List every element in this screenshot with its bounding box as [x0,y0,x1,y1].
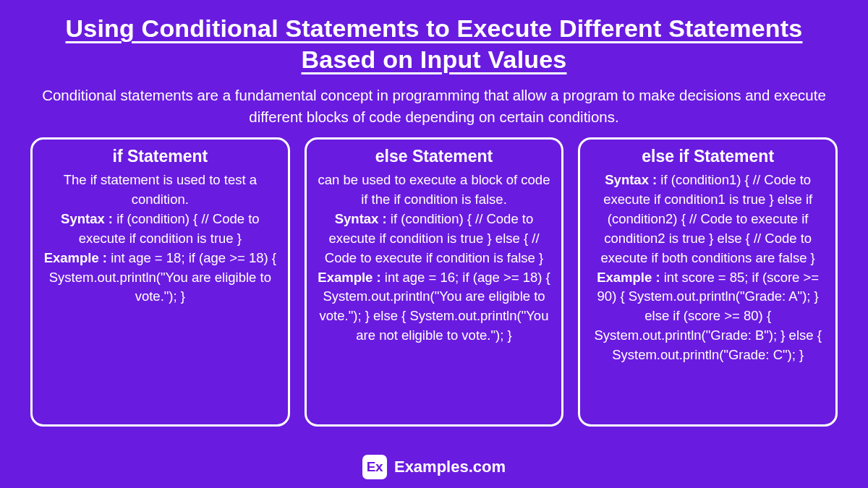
syntax-label: Syntax : [605,172,657,187]
card-if-body: The if statement is used to test a condi… [38,171,282,307]
example-label: Example : [44,250,107,265]
cards-row: if Statement The if statement is used to… [0,137,868,427]
syntax-label: Syntax : [335,211,387,226]
intro-paragraph: Conditional statements are a fundamental… [0,79,868,137]
syntax-label: Syntax : [61,211,113,226]
card-if: if Statement The if statement is used to… [30,137,290,427]
logo-icon: Ex [362,455,387,479]
card-else: else Statement can be used to execute a … [305,137,564,427]
card-elseif-body: Syntax : if (condition1) { // Code to ex… [586,171,830,364]
example-label: Example : [597,270,660,285]
card-if-title: if Statement [38,147,282,166]
card-else-title: else Statement [312,147,556,166]
footer-brand: Examples.com [394,458,506,476]
card-else-body: can be used to execute a block of code i… [312,171,556,345]
card-elseif-title: else if Statement [586,147,830,166]
footer: Ex Examples.com [0,455,868,479]
example-label: Example : [318,270,380,285]
card-else-desc: can be used to execute a block of code i… [318,172,550,207]
card-if-desc: The if statement is used to test a condi… [64,172,257,207]
page-title: Using Conditional Statements to Execute … [0,0,868,79]
card-elseif: else if Statement Syntax : if (condition… [578,137,838,427]
